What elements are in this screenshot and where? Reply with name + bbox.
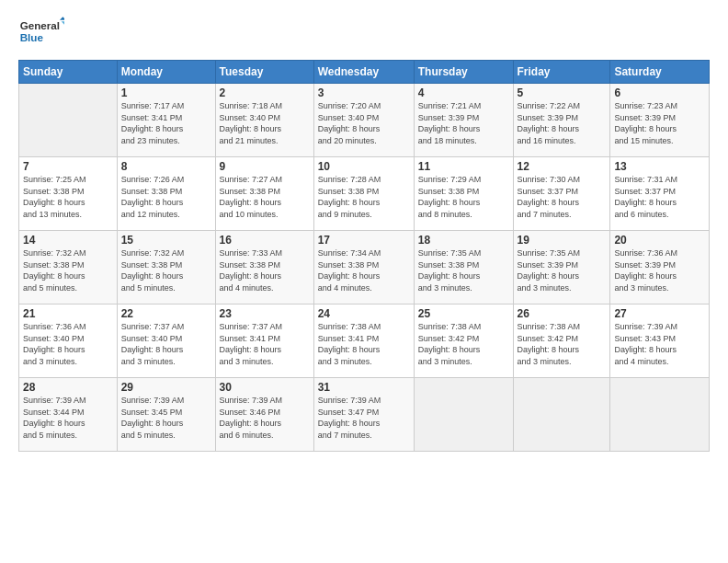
day-number: 26 [518,307,607,320]
calendar-cell: 13Sunrise: 7:31 AM Sunset: 3:37 PM Dayli… [610,157,710,231]
page: General Blue SundayMondayTuesdayWednesda… [0,0,728,563]
week-row-1: 1Sunrise: 7:17 AM Sunset: 3:41 PM Daylig… [19,84,710,157]
day-number: 21 [23,307,113,320]
day-info: Sunrise: 7:22 AM Sunset: 3:39 PM Dayligh… [518,100,607,146]
calendar-cell: 31Sunrise: 7:39 AM Sunset: 3:47 PM Dayli… [313,378,414,452]
day-info: Sunrise: 7:25 AM Sunset: 3:38 PM Dayligh… [23,174,113,220]
day-number: 13 [614,160,705,173]
day-number: 11 [418,160,509,173]
day-info: Sunrise: 7:32 AM Sunset: 3:38 PM Dayligh… [121,247,211,293]
day-number: 14 [23,234,113,247]
calendar-cell: 30Sunrise: 7:39 AM Sunset: 3:46 PM Dayli… [215,378,313,452]
day-info: Sunrise: 7:18 AM Sunset: 3:40 PM Dayligh… [220,100,310,146]
calendar-cell: 7Sunrise: 7:25 AM Sunset: 3:38 PM Daylig… [19,157,118,231]
day-number: 27 [614,307,705,320]
svg-text:Blue: Blue [20,31,44,43]
day-info: Sunrise: 7:38 AM Sunset: 3:42 PM Dayligh… [518,321,607,367]
day-info: Sunrise: 7:23 AM Sunset: 3:39 PM Dayligh… [614,100,705,146]
header-saturday: Saturday [610,61,710,84]
day-number: 25 [418,307,509,320]
day-info: Sunrise: 7:39 AM Sunset: 3:46 PM Dayligh… [220,395,310,441]
calendar-cell: 24Sunrise: 7:38 AM Sunset: 3:41 PM Dayli… [313,304,414,378]
calendar-cell: 6Sunrise: 7:23 AM Sunset: 3:39 PM Daylig… [610,84,710,157]
calendar-cell: 20Sunrise: 7:36 AM Sunset: 3:39 PM Dayli… [610,231,710,304]
day-number: 15 [121,234,211,247]
calendar-cell: 5Sunrise: 7:22 AM Sunset: 3:39 PM Daylig… [513,84,610,157]
header-sunday: Sunday [19,61,118,84]
day-info: Sunrise: 7:39 AM Sunset: 3:44 PM Dayligh… [23,395,113,441]
day-number: 9 [220,160,310,173]
logo-svg: General Blue [18,14,64,51]
day-info: Sunrise: 7:17 AM Sunset: 3:41 PM Dayligh… [121,100,211,146]
header-monday: Monday [117,61,215,84]
day-number: 31 [318,381,410,394]
day-number: 6 [614,86,705,99]
day-info: Sunrise: 7:28 AM Sunset: 3:38 PM Dayligh… [318,174,410,220]
day-info: Sunrise: 7:26 AM Sunset: 3:38 PM Dayligh… [121,174,211,220]
calendar-cell: 4Sunrise: 7:21 AM Sunset: 3:39 PM Daylig… [414,84,513,157]
calendar-cell: 19Sunrise: 7:35 AM Sunset: 3:39 PM Dayli… [513,231,610,304]
day-info: Sunrise: 7:39 AM Sunset: 3:45 PM Dayligh… [121,395,211,441]
calendar-cell: 14Sunrise: 7:32 AM Sunset: 3:38 PM Dayli… [19,231,118,304]
calendar-cell: 23Sunrise: 7:37 AM Sunset: 3:41 PM Dayli… [215,304,313,378]
svg-marker-2 [60,17,64,19]
calendar-cell: 17Sunrise: 7:34 AM Sunset: 3:38 PM Dayli… [313,231,414,304]
day-info: Sunrise: 7:34 AM Sunset: 3:38 PM Dayligh… [318,247,410,293]
day-number: 28 [23,381,113,394]
calendar-cell: 16Sunrise: 7:33 AM Sunset: 3:38 PM Dayli… [215,231,313,304]
day-number: 1 [121,86,211,99]
calendar-cell: 8Sunrise: 7:26 AM Sunset: 3:38 PM Daylig… [117,157,215,231]
calendar-cell: 12Sunrise: 7:30 AM Sunset: 3:37 PM Dayli… [513,157,610,231]
day-number: 24 [318,307,410,320]
day-number: 5 [518,86,607,99]
day-info: Sunrise: 7:32 AM Sunset: 3:38 PM Dayligh… [23,247,113,293]
day-number: 18 [418,234,509,247]
day-number: 23 [220,307,310,320]
svg-text:General: General [20,19,60,31]
week-row-3: 14Sunrise: 7:32 AM Sunset: 3:38 PM Dayli… [19,231,710,304]
calendar-cell [513,378,610,452]
calendar-cell: 18Sunrise: 7:35 AM Sunset: 3:38 PM Dayli… [414,231,513,304]
calendar-cell: 22Sunrise: 7:37 AM Sunset: 3:40 PM Dayli… [117,304,215,378]
day-info: Sunrise: 7:29 AM Sunset: 3:38 PM Dayligh… [418,174,509,220]
calendar-cell: 28Sunrise: 7:39 AM Sunset: 3:44 PM Dayli… [19,378,118,452]
day-info: Sunrise: 7:36 AM Sunset: 3:39 PM Dayligh… [614,247,705,293]
day-number: 4 [418,86,509,99]
calendar-cell: 25Sunrise: 7:38 AM Sunset: 3:42 PM Dayli… [414,304,513,378]
header-thursday: Thursday [414,61,513,84]
calendar-cell [414,378,513,452]
calendar-cell [19,84,118,157]
day-info: Sunrise: 7:39 AM Sunset: 3:47 PM Dayligh… [318,395,410,441]
day-info: Sunrise: 7:38 AM Sunset: 3:42 PM Dayligh… [418,321,509,367]
day-info: Sunrise: 7:20 AM Sunset: 3:40 PM Dayligh… [318,100,410,146]
day-info: Sunrise: 7:35 AM Sunset: 3:39 PM Dayligh… [518,247,607,293]
calendar-cell: 3Sunrise: 7:20 AM Sunset: 3:40 PM Daylig… [313,84,414,157]
day-number: 30 [220,381,310,394]
day-info: Sunrise: 7:38 AM Sunset: 3:41 PM Dayligh… [318,321,410,367]
day-number: 16 [220,234,310,247]
day-info: Sunrise: 7:37 AM Sunset: 3:41 PM Dayligh… [220,321,310,367]
day-info: Sunrise: 7:21 AM Sunset: 3:39 PM Dayligh… [418,100,509,146]
calendar-cell: 11Sunrise: 7:29 AM Sunset: 3:38 PM Dayli… [414,157,513,231]
day-number: 20 [614,234,705,247]
calendar-cell [610,378,710,452]
day-number: 19 [518,234,607,247]
day-number: 10 [318,160,410,173]
header: General Blue [18,14,710,51]
header-friday: Friday [513,61,610,84]
logo: General Blue [18,14,64,51]
calendar-cell: 15Sunrise: 7:32 AM Sunset: 3:38 PM Dayli… [117,231,215,304]
calendar-header-row: SundayMondayTuesdayWednesdayThursdayFrid… [19,61,710,84]
day-info: Sunrise: 7:36 AM Sunset: 3:40 PM Dayligh… [23,321,113,367]
day-number: 3 [318,86,410,99]
header-wednesday: Wednesday [313,61,414,84]
week-row-5: 28Sunrise: 7:39 AM Sunset: 3:44 PM Dayli… [19,378,710,452]
calendar-cell: 27Sunrise: 7:39 AM Sunset: 3:43 PM Dayli… [610,304,710,378]
day-number: 12 [518,160,607,173]
week-row-4: 21Sunrise: 7:36 AM Sunset: 3:40 PM Dayli… [19,304,710,378]
svg-marker-3 [62,21,64,26]
day-number: 22 [121,307,211,320]
calendar-cell: 9Sunrise: 7:27 AM Sunset: 3:38 PM Daylig… [215,157,313,231]
day-number: 17 [318,234,410,247]
day-info: Sunrise: 7:39 AM Sunset: 3:43 PM Dayligh… [614,321,705,367]
